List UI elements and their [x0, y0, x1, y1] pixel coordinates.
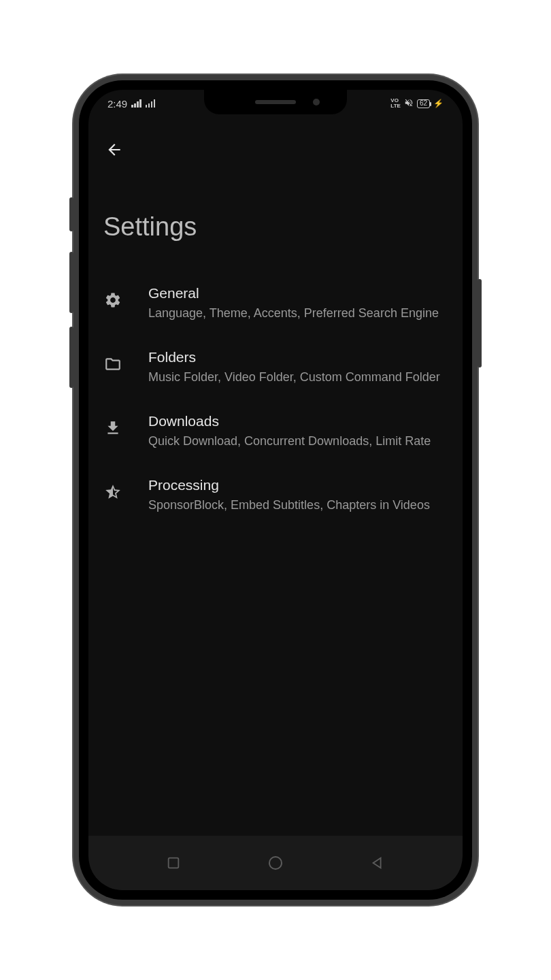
item-title: Downloads — [148, 413, 448, 429]
settings-item-folders[interactable]: Folders Music Folder, Video Folder, Cust… — [101, 336, 450, 399]
notch — [204, 90, 347, 114]
page-title: Settings — [101, 212, 450, 242]
charging-icon: ⚡ — [433, 99, 444, 108]
item-subtitle: Music Folder, Video Folder, Custom Comma… — [148, 368, 448, 386]
item-subtitle: SponsorBlock, Embed Subtitles, Chapters … — [148, 496, 448, 514]
item-text: Downloads Quick Download, Concurrent Dow… — [148, 413, 448, 450]
circle-icon — [267, 855, 284, 871]
network-type: VO LTE — [390, 98, 401, 109]
phone-bezel: 2:49 VO LTE 62 ⚡ — [79, 80, 472, 900]
item-subtitle: Language, Theme, Accents, Preferred Sear… — [148, 304, 448, 322]
svg-rect-0 — [169, 858, 179, 868]
power-button — [478, 279, 482, 368]
speaker — [255, 100, 296, 104]
status-time: 2:49 — [107, 98, 127, 110]
battery-level: 62 — [420, 100, 427, 107]
back-button[interactable] — [101, 137, 128, 165]
item-title: General — [148, 285, 448, 301]
volume-up-button — [69, 252, 73, 313]
item-text: Folders Music Folder, Video Folder, Cust… — [148, 349, 448, 386]
triangle-icon — [370, 855, 385, 870]
item-title: Processing — [148, 477, 448, 493]
volume-down-button — [69, 327, 73, 388]
item-title: Folders — [148, 349, 448, 365]
phone-frame: 2:49 VO LTE 62 ⚡ — [73, 75, 478, 905]
side-button — [69, 197, 73, 231]
battery-indicator: 62 — [417, 99, 430, 108]
download-icon — [103, 419, 122, 438]
front-camera — [313, 99, 320, 105]
arrow-back-icon — [105, 141, 123, 161]
screen: 2:49 VO LTE 62 ⚡ — [88, 90, 463, 890]
settings-item-general[interactable]: General Language, Theme, Accents, Prefer… — [101, 272, 450, 336]
item-text: Processing SponsorBlock, Embed Subtitles… — [148, 477, 448, 514]
square-icon — [166, 855, 181, 870]
signal-icon — [131, 99, 141, 108]
mute-icon — [404, 98, 414, 109]
item-text: General Language, Theme, Accents, Prefer… — [148, 285, 448, 322]
folder-icon — [103, 355, 122, 374]
nav-recent-button[interactable] — [153, 849, 194, 877]
settings-item-processing[interactable]: Processing SponsorBlock, Embed Subtitles… — [101, 463, 450, 527]
status-left: 2:49 — [107, 98, 155, 110]
star-half-icon — [103, 483, 122, 502]
status-right: VO LTE 62 ⚡ — [390, 98, 444, 109]
gear-icon — [103, 291, 122, 310]
nav-home-button[interactable] — [255, 849, 296, 877]
signal-icon — [146, 99, 156, 108]
svg-point-1 — [269, 857, 282, 869]
nav-back-button[interactable] — [357, 849, 398, 877]
navigation-bar — [88, 836, 463, 890]
app-content: Settings General Language, Theme, Accent… — [88, 117, 463, 836]
item-subtitle: Quick Download, Concurrent Downloads, Li… — [148, 432, 448, 450]
settings-item-downloads[interactable]: Downloads Quick Download, Concurrent Dow… — [101, 399, 450, 463]
